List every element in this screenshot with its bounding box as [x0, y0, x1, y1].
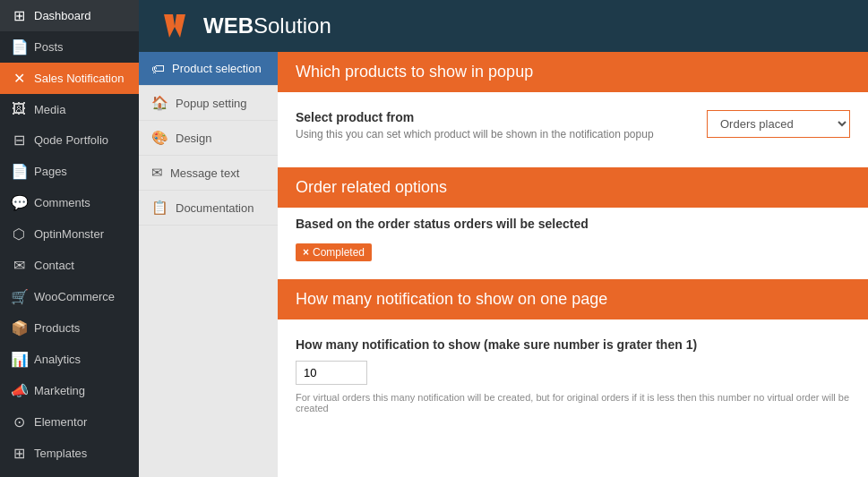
message-text-icon: ✉	[151, 165, 163, 181]
qode-portfolio-icon: ⊟	[11, 132, 27, 149]
content-body: 🏷 Product selection 🏠 Popup setting 🎨 De…	[139, 52, 868, 477]
main-content: WEBSolution 🏷 Product selection 🏠 Popup …	[139, 0, 868, 477]
header-title: WEBSolution	[203, 13, 331, 38]
section1-select-wrapper: Orders placed	[707, 110, 850, 138]
sales-notification-icon: ✕	[11, 70, 27, 87]
sidebar-item-woocommerce[interactable]: 🛒 WooCommerce	[0, 281, 139, 312]
comments-icon: 💬	[11, 194, 27, 211]
sidebar-item-posts[interactable]: 📄 Posts	[0, 31, 139, 63]
section1-header: Which products to show in popup	[278, 52, 868, 92]
header: WEBSolution	[139, 0, 868, 52]
sidebar-item-media[interactable]: 🖼 Media	[0, 94, 139, 124]
optinmonster-icon: ⬡	[11, 226, 27, 243]
products-icon: 📦	[11, 319, 27, 336]
analytics-icon: 📊	[11, 351, 27, 368]
sub-nav-item-product-selection[interactable]: 🏷 Product selection	[139, 52, 278, 86]
section2-header: Order related options	[278, 167, 868, 208]
logo-icon	[157, 9, 193, 43]
documentation-icon: 📋	[151, 200, 168, 216]
section2-field-label: Based on the order status orders will be…	[296, 217, 850, 231]
sidebar-item-analytics[interactable]: 📊 Analytics	[0, 344, 139, 375]
sidebar-item-comments[interactable]: 💬 Comments	[0, 187, 139, 218]
sidebar-item-templates[interactable]: ⊞ Templates	[0, 438, 139, 469]
pages-icon: 📄	[11, 163, 27, 180]
sidebar-item-sales-notification[interactable]: ✕ Sales Notification	[0, 63, 139, 94]
marketing-icon: 📣	[11, 382, 27, 399]
section3-field-label: How many notification to show (make sure…	[296, 337, 850, 352]
sidebar-item-dashboard[interactable]: ⊞ Dashboard	[0, 0, 139, 31]
sub-nav-item-message-text[interactable]: ✉ Message text	[139, 156, 278, 191]
completed-tag-label: Completed	[313, 246, 365, 259]
notification-count-input[interactable]	[296, 361, 367, 385]
completed-tag-close[interactable]: ×	[303, 246, 309, 259]
sub-nav-item-documentation[interactable]: 📋 Documentation	[139, 191, 278, 226]
sub-nav: 🏷 Product selection 🏠 Popup setting 🎨 De…	[139, 52, 278, 477]
completed-tag: × Completed	[296, 243, 372, 261]
sub-nav-item-design[interactable]: 🎨 Design	[139, 121, 278, 156]
section3-header: How many notification to show on one pag…	[278, 279, 868, 319]
dashboard-icon: ⊞	[11, 7, 27, 24]
section1-field-desc: Using this you can set which product wil…	[296, 128, 654, 141]
product-selection-icon: 🏷	[151, 61, 165, 76]
elementor-icon: ⊙	[11, 413, 27, 430]
section2-body: Based on the order status orders will be…	[278, 208, 868, 279]
sub-nav-item-popup-setting[interactable]: 🏠 Popup setting	[139, 86, 278, 121]
media-icon: 🖼	[11, 101, 27, 117]
section3-field-note: For virtual orders this many notificatio…	[296, 392, 850, 413]
sidebar-item-products[interactable]: 📦 Products	[0, 312, 139, 344]
sidebar-item-contact[interactable]: ✉ Contact	[0, 250, 139, 281]
sidebar-item-elementor[interactable]: ⊙ Elementor	[0, 406, 139, 438]
section1-body: Select product from Using this you can s…	[278, 92, 868, 167]
section1-field: Select product from Using this you can s…	[296, 110, 654, 149]
design-icon: 🎨	[151, 130, 168, 146]
section3-body: How many notification to show (make sure…	[278, 319, 868, 431]
sidebar: ⊞ Dashboard 📄 Posts ✕ Sales Notification…	[0, 0, 139, 477]
sidebar-item-pages[interactable]: 📄 Pages	[0, 156, 139, 187]
sidebar-item-qode-portfolio[interactable]: ⊟ Qode Portfolio	[0, 124, 139, 156]
section1-field-label: Select product from	[296, 110, 654, 124]
sidebar-item-appearance[interactable]: 🎨 Appearance	[0, 469, 139, 477]
orders-placed-select[interactable]: Orders placed	[707, 110, 850, 138]
panel: Which products to show in popup Select p…	[278, 52, 868, 477]
woocommerce-icon: 🛒	[11, 288, 27, 305]
sidebar-item-optinmonster[interactable]: ⬡ OptinMonster	[0, 218, 139, 250]
popup-setting-icon: 🏠	[151, 95, 168, 111]
contact-icon: ✉	[11, 257, 27, 274]
sidebar-item-marketing[interactable]: 📣 Marketing	[0, 375, 139, 406]
posts-icon: 📄	[11, 38, 27, 55]
templates-icon: ⊞	[11, 445, 27, 462]
